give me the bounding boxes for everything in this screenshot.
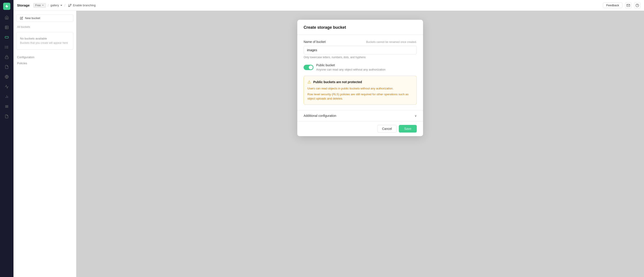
- public-bucket-desc: Anyone can read any object without any a…: [316, 68, 386, 71]
- modal-body: Name of bucket Buckets cannot be renamed…: [297, 35, 423, 110]
- sidebar-item-storage[interactable]: [3, 33, 11, 41]
- warning-title: Public buckets are not protected: [313, 80, 362, 84]
- name-hint: Buckets cannot be renamed once created.: [366, 41, 417, 44]
- public-bucket-toggle[interactable]: [304, 65, 314, 70]
- project-chevron-icon: [60, 4, 63, 7]
- svg-rect-1: [5, 26, 8, 29]
- sidebar-item-lock[interactable]: [3, 53, 11, 61]
- content-area: New bucket All buckets No buckets availa…: [14, 11, 644, 277]
- sidebar-item-table[interactable]: [3, 23, 11, 32]
- mail-button[interactable]: [625, 2, 632, 9]
- edit-icon: [20, 17, 23, 20]
- plan-badge[interactable]: Free: [33, 3, 46, 8]
- topnav-right: Feedback: [603, 2, 640, 9]
- right-area: Create storage bucket Name of bucket Buc…: [76, 11, 644, 277]
- project-selector[interactable]: gallery: [50, 4, 62, 7]
- name-label: Name of bucket: [304, 40, 326, 44]
- feedback-button[interactable]: Feedback: [603, 3, 622, 8]
- sidebar-item-log[interactable]: [3, 102, 11, 111]
- topnav: Storage Free / gallery / Enable branchin…: [14, 0, 644, 11]
- input-hint: Only lowercase letters, numbers, dots, a…: [304, 56, 417, 59]
- warning-text-1: Users can read objects in public buckets…: [308, 86, 413, 91]
- empty-buckets-desc: Buckets that you create will appear here: [20, 41, 70, 45]
- sidebar-item-policies[interactable]: Policies: [14, 60, 76, 66]
- name-field-row: Name of bucket Buckets cannot be renamed…: [304, 40, 417, 44]
- help-icon: [636, 4, 639, 7]
- svg-point-9: [5, 46, 6, 47]
- modal-footer: Cancel Save: [297, 121, 423, 136]
- chevron-down-icon: ∨: [414, 114, 417, 118]
- page-title: Storage: [17, 3, 30, 7]
- modal-overlay: Create storage bucket Name of bucket Buc…: [76, 11, 644, 277]
- sidebar-item-docs[interactable]: [3, 63, 11, 71]
- additional-configuration-section: Additional configuration ∨: [297, 110, 423, 121]
- sidebar-item-list[interactable]: [3, 43, 11, 51]
- svg-marker-0: [5, 5, 8, 8]
- bucket-name-input[interactable]: [304, 46, 417, 54]
- bolt-icon: [4, 4, 9, 9]
- badge-chevron-icon: [42, 4, 44, 7]
- warning-triangle-icon: ⚠: [308, 80, 311, 85]
- svg-point-10: [5, 47, 6, 47]
- modal-header: Create storage bucket: [297, 20, 423, 35]
- sidebar-item-chart[interactable]: [3, 93, 11, 101]
- sidebar: [0, 0, 14, 277]
- svg-rect-12: [5, 57, 8, 59]
- all-buckets-label: All buckets: [14, 25, 76, 30]
- create-bucket-modal: Create storage bucket Name of bucket Buc…: [297, 20, 423, 136]
- warning-box: ⚠ Public buckets are not protected Users…: [304, 76, 417, 105]
- svg-point-24: [68, 6, 70, 7]
- sidebar-item-globe[interactable]: [3, 73, 11, 81]
- empty-buckets-box: No buckets available Buckets that you cr…: [16, 32, 74, 50]
- additional-label: Additional configuration: [304, 114, 336, 118]
- warning-header: ⚠ Public buckets are not protected: [308, 80, 413, 85]
- cancel-button[interactable]: Cancel: [377, 125, 396, 133]
- warning-text-2: Row level security (RLS) policies are st…: [308, 92, 413, 101]
- separator-1: /: [48, 4, 49, 7]
- new-bucket-button[interactable]: New bucket: [16, 14, 74, 22]
- sidebar-item-home[interactable]: [3, 14, 11, 22]
- sidebar-item-settings[interactable]: [3, 83, 11, 91]
- mail-icon: [626, 4, 630, 7]
- svg-point-23: [70, 4, 71, 5]
- modal-title: Create storage bucket: [304, 25, 417, 30]
- empty-buckets-title: No buckets available: [20, 37, 70, 40]
- additional-configuration-header[interactable]: Additional configuration ∨: [304, 110, 417, 121]
- enable-branching-button[interactable]: Enable branching: [68, 4, 96, 7]
- left-panel: New bucket All buckets No buckets availa…: [14, 11, 76, 277]
- sidebar-item-file[interactable]: [3, 112, 11, 120]
- public-bucket-row: Public bucket Anyone can read any object…: [304, 63, 417, 71]
- main-area: Storage Free / gallery / Enable branchin…: [14, 0, 644, 277]
- save-button[interactable]: Save: [399, 125, 417, 133]
- public-bucket-label: Public bucket: [316, 63, 386, 67]
- svg-point-11: [5, 48, 6, 49]
- sidebar-item-configuration[interactable]: Configuration: [14, 54, 76, 60]
- help-button[interactable]: [634, 2, 640, 9]
- toggle-slider: [304, 65, 314, 70]
- separator-2: /: [64, 4, 65, 7]
- app-logo[interactable]: [3, 3, 10, 10]
- branch-icon: [68, 4, 72, 7]
- toggle-labels: Public bucket Anyone can read any object…: [316, 63, 386, 71]
